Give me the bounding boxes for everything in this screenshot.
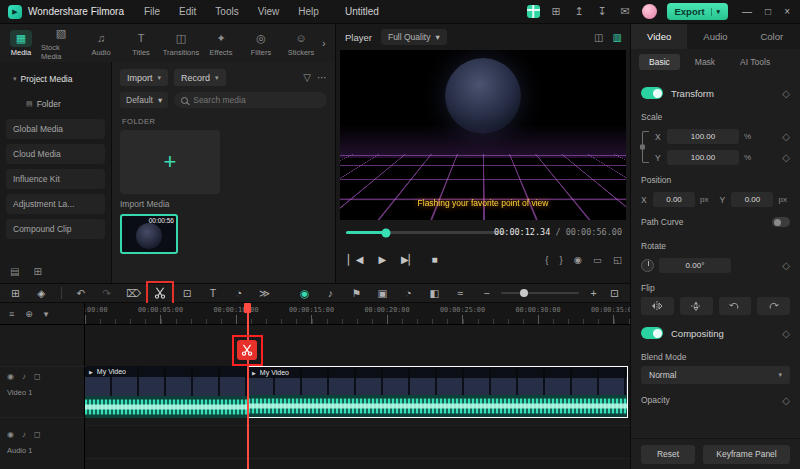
export-caret-icon[interactable]: ▾ xyxy=(711,8,721,16)
flip-horizontal-icon[interactable] xyxy=(641,297,674,315)
play-icon[interactable]: ▶ xyxy=(378,254,386,265)
audio-track-lane[interactable] xyxy=(85,425,630,459)
sidebar-item-adjustment-layer[interactable]: Adjustment La... xyxy=(6,194,105,214)
redo-icon[interactable]: ↷ xyxy=(100,288,113,299)
more-tools-icon[interactable]: ≫ xyxy=(258,288,271,299)
layout-icon[interactable]: ⊞ xyxy=(550,6,563,17)
sidebar-item-global-media[interactable]: Global Media xyxy=(6,119,105,139)
position-y-input[interactable]: 0.00 xyxy=(731,192,773,207)
transform-toggle[interactable] xyxy=(641,87,663,99)
upload-icon[interactable]: ↥ xyxy=(573,6,586,17)
tab-audio[interactable]: ♫ Audio xyxy=(81,30,121,57)
snapshot-icon[interactable]: ◉ xyxy=(574,254,582,265)
mark-out-icon[interactable]: } xyxy=(560,254,563,265)
menu-help[interactable]: Help xyxy=(298,6,319,17)
crop-icon[interactable]: ⊡ xyxy=(181,288,194,299)
sidebar-item-folder[interactable]: ▤ Folder xyxy=(6,94,105,114)
track-mute-icon[interactable]: ♪ xyxy=(22,430,26,439)
rotate-ccw-icon[interactable] xyxy=(719,297,752,315)
scale-y-keyframe-icon[interactable]: ◇ xyxy=(782,152,790,163)
import-button[interactable]: Import ▾ xyxy=(120,69,168,86)
search-input[interactable] xyxy=(193,95,320,105)
tab-video[interactable]: Video xyxy=(631,24,687,49)
sidebar-item-influence-kit[interactable]: Influence Kit xyxy=(6,169,105,189)
menu-view[interactable]: View xyxy=(258,6,280,17)
list-view-icon[interactable]: ⊞ xyxy=(33,266,41,277)
maximize-button[interactable]: □ xyxy=(765,6,771,17)
scale-x-keyframe-icon[interactable]: ◇ xyxy=(782,131,790,142)
zoom-out-icon[interactable]: − xyxy=(480,288,493,299)
save-icon[interactable]: ↧ xyxy=(596,6,609,17)
rotate-input[interactable]: 0.00° xyxy=(659,258,731,273)
voiceover-icon[interactable]: ♪ xyxy=(324,288,337,299)
track-toggle-icon[interactable]: ◉ xyxy=(7,372,14,381)
rotate-dial-icon[interactable] xyxy=(641,259,654,272)
position-x-input[interactable]: 0.00 xyxy=(653,192,695,207)
minimize-button[interactable]: — xyxy=(742,6,752,17)
track-toggle-icon[interactable]: ◉ xyxy=(7,430,14,439)
subtab-ai-tools[interactable]: AI Tools xyxy=(730,54,780,70)
add-track-icon[interactable]: ⊕ xyxy=(25,309,33,319)
scale-x-input[interactable]: 100.00 xyxy=(667,129,739,144)
new-folder-icon[interactable]: ▤ xyxy=(10,266,19,277)
subtab-mask[interactable]: Mask xyxy=(685,54,725,70)
user-avatar[interactable] xyxy=(642,4,657,19)
delete-icon[interactable]: ⌦ xyxy=(126,288,139,299)
filter-icon[interactable]: ▽ xyxy=(303,72,311,83)
timeline-clip-2-selected[interactable]: ▶ My Video xyxy=(247,366,628,418)
speed-icon[interactable]: ◔ xyxy=(232,288,245,299)
transform-keyframe-icon[interactable]: ◇ xyxy=(782,88,790,99)
gift-icon[interactable] xyxy=(527,5,540,18)
record-button[interactable]: Record ▾ xyxy=(174,69,226,86)
zoom-slider[interactable] xyxy=(501,292,579,294)
more-options-icon[interactable]: ⋯ xyxy=(317,72,327,83)
path-curve-toggle[interactable] xyxy=(772,217,790,227)
fit-timeline-icon[interactable]: ⊡ xyxy=(608,288,621,299)
more-tabs-chevron-icon[interactable]: › xyxy=(322,37,326,49)
display-icon[interactable]: ▭ xyxy=(593,254,602,265)
keyframe-panel-button[interactable]: Keyframe Panel xyxy=(703,445,790,464)
close-button[interactable]: × xyxy=(784,6,790,17)
tab-stickers[interactable]: ☺ Stickers xyxy=(281,30,321,57)
sort-dropdown[interactable]: Default ▾ xyxy=(120,92,168,108)
fullscreen-icon[interactable]: ◱ xyxy=(613,254,622,265)
compositing-toggle[interactable] xyxy=(641,327,663,339)
menu-tools[interactable]: Tools xyxy=(215,6,238,17)
undo-icon[interactable]: ↶ xyxy=(75,288,88,299)
video-viewport[interactable]: Flashing your favorite point of view xyxy=(340,50,626,220)
sidebar-item-cloud-media[interactable]: Cloud Media xyxy=(6,144,105,164)
scale-link-icon[interactable] xyxy=(642,131,649,163)
export-button[interactable]: Export ▾ xyxy=(667,3,729,20)
snapshot-frame-icon[interactable]: ▣ xyxy=(376,288,389,299)
previous-frame-icon[interactable]: ▏◀ xyxy=(348,254,363,265)
scale-y-input[interactable]: 100.00 xyxy=(667,150,739,165)
quality-dropdown[interactable]: Full Quality ▾ xyxy=(381,29,447,45)
ruler-scale[interactable]: 00:00:00:00 00:00:05:00 00:00:10:00 00:0… xyxy=(85,303,630,324)
preview-layout-icon[interactable]: ◫ xyxy=(594,32,603,43)
subtab-basic[interactable]: Basic xyxy=(639,54,680,70)
playhead-handle[interactable] xyxy=(244,303,251,313)
playhead[interactable] xyxy=(247,303,249,469)
media-clip-thumbnail[interactable]: 00:00:56 xyxy=(120,214,178,254)
split-tool-button[interactable] xyxy=(152,285,168,301)
track-menu-icon[interactable]: ≡ xyxy=(9,309,14,319)
tab-titles[interactable]: T Titles xyxy=(121,30,161,57)
import-media-tile[interactable]: + xyxy=(120,130,220,194)
compositing-keyframe-icon[interactable]: ◇ xyxy=(782,328,790,339)
stop-icon[interactable]: ■ xyxy=(431,254,437,265)
speed-ramp-icon[interactable]: ◔ xyxy=(402,288,415,299)
tab-filters[interactable]: ◎ Filters xyxy=(241,30,281,57)
track-manager-icon[interactable]: ⊞ xyxy=(9,288,22,299)
seek-handle[interactable] xyxy=(382,228,391,237)
next-frame-icon[interactable]: ▶▏ xyxy=(401,254,416,265)
audio-meter-icon[interactable]: ▥ xyxy=(613,32,622,43)
tab-audio-props[interactable]: Audio xyxy=(687,24,743,49)
flip-vertical-icon[interactable] xyxy=(680,297,713,315)
menu-file[interactable]: File xyxy=(144,6,160,17)
tab-stock-media[interactable]: ▧ Stock Media xyxy=(41,25,81,61)
blend-mode-dropdown[interactable]: Normal ▾ xyxy=(641,366,790,384)
text-tool-icon[interactable]: T xyxy=(207,288,220,299)
zoom-in-icon[interactable]: + xyxy=(587,288,600,299)
pointer-tool-icon[interactable]: ◈ xyxy=(35,288,48,299)
sidebar-item-compound-clip[interactable]: Compound Clip xyxy=(6,219,105,239)
